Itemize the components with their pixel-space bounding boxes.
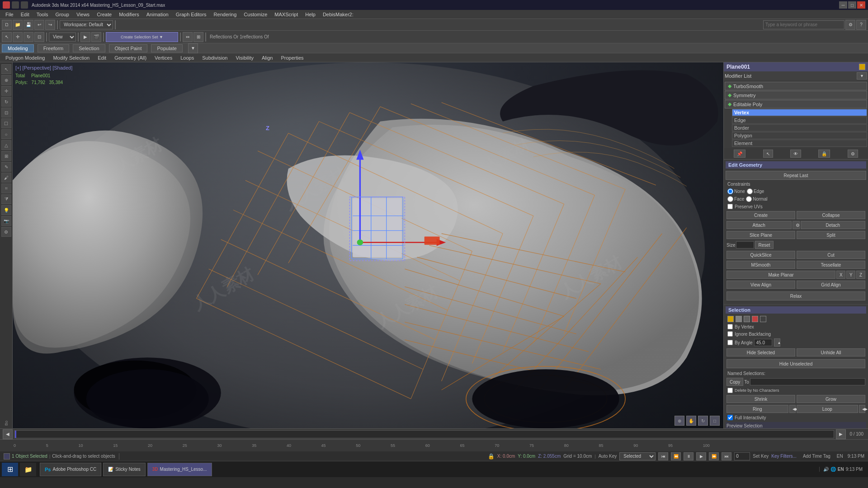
rotate-btn[interactable]: ↻ (24, 32, 33, 42)
left-btn-7[interactable]: ○ (1, 129, 11, 139)
left-btn-2[interactable]: ⊕ (1, 75, 11, 85)
swatch-red[interactable] (752, 316, 758, 322)
menu-maxscript[interactable]: MAXScript (271, 11, 302, 18)
modifier-turbosm[interactable]: ◆ TurboSmooth (725, 82, 867, 90)
ring-btn[interactable]: Ring (726, 405, 788, 413)
collapse-btn[interactable]: Collapse (797, 211, 865, 219)
tab-freeform[interactable]: Freeform (38, 44, 70, 52)
tab-object-paint[interactable]: Object Paint (109, 44, 148, 52)
modifier-list-dropdown[interactable]: ▼ (857, 72, 867, 80)
hide-selected-btn[interactable]: Hide Selected (726, 348, 795, 357)
left-btn-9[interactable]: ⊞ (1, 151, 11, 161)
workspace-dropdown[interactable]: Workspace: Default (60, 20, 113, 29)
pin-btn[interactable]: 📌 (734, 150, 745, 158)
move-btn[interactable]: ✛ (13, 32, 23, 42)
poly-tab-align[interactable]: Align (258, 55, 276, 61)
by-vertex-check[interactable] (727, 324, 733, 329)
left-btn-1[interactable]: ↖ (1, 64, 11, 74)
expand-btn[interactable]: ▼ (188, 43, 198, 53)
prev-frame-btn[interactable]: ⏪ (671, 452, 681, 460)
menu-graph-editors[interactable]: Graph Editors (172, 11, 210, 18)
open-btn[interactable]: 📁 (13, 20, 23, 30)
copy-btn[interactable]: Copy (726, 378, 743, 386)
redo-btn[interactable]: ↪ (45, 20, 55, 30)
menu-modifiers[interactable]: Modifiers (115, 11, 143, 18)
left-btn-8[interactable]: △ (1, 140, 11, 150)
menu-edit[interactable]: Edit (17, 11, 33, 18)
left-btn-13[interactable]: ⧩ (1, 194, 11, 204)
modifier-symmetry[interactable]: ◆ Symmetry (725, 91, 867, 99)
normal-radio[interactable] (746, 196, 752, 202)
poly-tab-geometry[interactable]: Geometry (All) (111, 55, 150, 61)
sub-element[interactable]: Element (732, 140, 867, 147)
sub-vertex[interactable]: Vertex (732, 109, 867, 116)
play-btn[interactable]: ▶ (696, 452, 706, 460)
ring-spinner[interactable]: ◀▶ (789, 405, 796, 413)
preserve-uvs-check[interactable] (727, 204, 733, 209)
left-btn-16[interactable]: ⚙ (1, 227, 11, 237)
poly-tab-vertices[interactable]: Vertices (151, 55, 176, 61)
z-btn[interactable]: Z (856, 271, 865, 279)
create-btn[interactable]: Create (726, 211, 795, 219)
attach-btn[interactable]: Attach (726, 221, 792, 229)
tab-selection[interactable]: Selection (73, 44, 105, 52)
loop-spinner[interactable]: ◀▶ (859, 405, 865, 413)
ignore-backfacing-check[interactable] (727, 331, 733, 337)
create-selection-btn[interactable]: Create Selection Set ▼ (106, 32, 178, 42)
poly-tab-modeling[interactable]: Polygon Modeling (2, 55, 48, 61)
search-input[interactable] (763, 20, 844, 29)
poly-tab-visibility[interactable]: Visibility (232, 55, 257, 61)
nav-pan[interactable]: ✋ (686, 416, 696, 426)
menu-views[interactable]: Views (73, 11, 93, 18)
left-btn-10[interactable]: ✎ (1, 162, 11, 172)
menu-group[interactable]: Group (52, 11, 73, 18)
menu-debris[interactable]: DebisMaker2: (319, 11, 357, 18)
play-end-btn[interactable]: ⏭ (722, 452, 731, 460)
menu-help[interactable]: Help (302, 11, 319, 18)
view-btn[interactable]: 👁 (790, 150, 801, 158)
render-frame-btn[interactable]: 🎬 (91, 32, 101, 42)
poly-tab-loops[interactable]: Loops (177, 55, 198, 61)
attach-settings[interactable]: ⚙ (793, 221, 800, 229)
sub-border[interactable]: Border (732, 124, 867, 131)
plane-color-swatch[interactable] (859, 64, 865, 70)
frame-input[interactable] (734, 452, 750, 460)
y-btn[interactable]: Y (846, 271, 855, 279)
status-icon[interactable] (4, 453, 10, 460)
help-btn[interactable]: ? (856, 20, 866, 30)
make-planar-btn[interactable]: Make Planar (726, 271, 835, 279)
select-btn[interactable]: ↖ (2, 32, 12, 42)
left-btn-6[interactable]: ☐ (1, 118, 11, 128)
taskbar-3dsmax[interactable]: 3D Mastering_HS_Lesso... (147, 463, 212, 476)
timeline-scroll-right[interactable]: ▶ (836, 429, 846, 439)
save-btn[interactable]: 💾 (24, 20, 33, 30)
split-btn[interactable]: Split (797, 231, 865, 239)
taskbar-sticky[interactable]: 📝 Sticky Notes (103, 463, 146, 476)
sub-polygon[interactable]: Polygon (732, 132, 867, 139)
view-align-btn[interactable]: View Align (726, 281, 795, 289)
hide-unselected-btn[interactable]: Hide Unselected (726, 359, 865, 368)
detach-btn[interactable]: Detach (801, 221, 866, 229)
taskbar-photoshop[interactable]: Ps Adobe Photoshop CC (40, 463, 101, 476)
angle-input[interactable] (754, 339, 772, 346)
selected-dropdown[interactable]: Selected (619, 452, 656, 460)
msmooth-btn[interactable]: MSmooth (726, 261, 795, 269)
left-btn-3[interactable]: ✛ (1, 86, 11, 96)
render-btn[interactable]: ▶ (80, 32, 90, 42)
start-btn[interactable]: ⊞ (2, 463, 18, 476)
next-frame-btn[interactable]: ⏩ (709, 452, 719, 460)
timeline-bar[interactable] (14, 430, 834, 438)
view-dropdown[interactable]: View (49, 33, 76, 42)
menu-file[interactable]: File (2, 11, 17, 18)
scale-btn[interactable]: ⊡ (34, 32, 44, 42)
menu-create[interactable]: Create (93, 11, 115, 18)
viewport[interactable]: [+] [Perspective] [Shaded] Total Plane00… (13, 62, 723, 428)
nav-maximize[interactable]: □ (710, 416, 720, 426)
named-sel-input[interactable] (750, 378, 865, 385)
explorer-btn[interactable]: 📁 (20, 463, 36, 476)
left-btn-15[interactable]: 📷 (1, 216, 11, 226)
cut-btn[interactable]: Cut (797, 251, 865, 259)
grow-btn[interactable]: Grow (797, 395, 865, 403)
face-radio[interactable] (727, 196, 733, 202)
align-btn[interactable]: ⊞ (193, 32, 203, 42)
